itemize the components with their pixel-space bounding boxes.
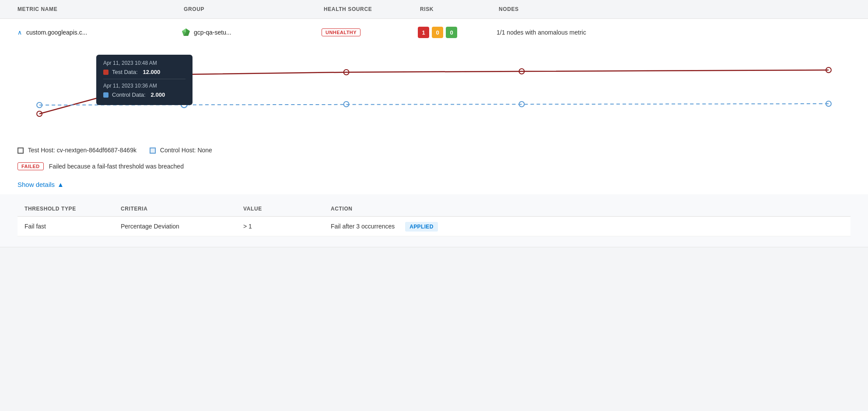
metric-card: ∧ custom.googleapis.c... gcp-qa-setu... …: [0, 19, 868, 247]
cell-criteria: Percentage Deviation: [114, 217, 236, 236]
action-value: Fail after 3 occurrences: [331, 223, 395, 230]
details-section: THRESHOLD TYPE CRITERIA VALUE ACTION Fai…: [0, 194, 868, 247]
risk-badge-orange: 0: [432, 27, 443, 38]
header-group: GROUP: [184, 6, 324, 12]
risk-badge-red: 1: [418, 27, 429, 38]
th-action: ACTION: [324, 201, 850, 217]
threshold-type-value: Fail fast: [24, 223, 46, 230]
control-host-label: Control Host: None: [150, 147, 212, 154]
cell-threshold-type: Fail fast: [18, 217, 114, 236]
group-name: gcp-qa-setu...: [194, 29, 231, 36]
test-host-label: Test Host: cv-nextgen-864df6687-8469k: [18, 147, 136, 154]
control-host-value: None: [197, 147, 212, 154]
value-value: > 1: [243, 223, 252, 230]
table-header: METRIC NAME GROUP HEALTH SOURCE RISK NOD…: [0, 0, 868, 19]
criteria-value: Percentage Deviation: [121, 223, 179, 230]
show-details-row: Show details ▲: [0, 175, 868, 194]
gem-icon: [182, 28, 190, 37]
failed-message: Failed because a fail-fast threshold was…: [49, 163, 184, 170]
table-row: Fail fast Percentage Deviation > 1 Fail …: [18, 217, 850, 236]
show-details-button[interactable]: Show details ▲: [18, 181, 64, 188]
nodes-text: 1/1 nodes with anomalous metric: [497, 29, 586, 36]
show-details-chevron-icon: ▲: [57, 181, 64, 188]
th-criteria: CRITERIA: [114, 201, 236, 217]
show-details-label: Show details: [18, 181, 55, 188]
test-host-label-text: Test Host:: [28, 147, 55, 154]
cell-action: Fail after 3 occurrences APPLIED: [324, 217, 850, 236]
unhealthy-badge: UNHEALTHY: [322, 28, 360, 36]
host-info-row: Test Host: cv-nextgen-864df6687-8469k Co…: [0, 142, 868, 158]
expand-icon[interactable]: ∧: [18, 29, 22, 36]
header-health-source: HEALTH SOURCE: [324, 6, 420, 12]
control-host-indicator: [150, 148, 156, 154]
th-value: VALUE: [236, 201, 324, 217]
metric-row: ∧ custom.googleapis.c... gcp-qa-setu... …: [0, 19, 868, 46]
threshold-table: THRESHOLD TYPE CRITERIA VALUE ACTION Fai…: [18, 201, 850, 236]
risk-cell: 1 0 0: [418, 27, 497, 38]
group-cell: gcp-qa-setu...: [182, 28, 322, 37]
svg-line-11: [39, 104, 829, 105]
chart-area: Apr 11, 2023 10:48 AM Test Data: 12.000 …: [0, 46, 868, 142]
table-header-row: THRESHOLD TYPE CRITERIA VALUE ACTION: [18, 201, 850, 217]
line-chart: [18, 46, 850, 133]
applied-badge: APPLIED: [405, 222, 438, 232]
failed-badge: FAILED: [18, 162, 44, 170]
page-container: METRIC NAME GROUP HEALTH SOURCE RISK NOD…: [0, 0, 868, 411]
header-risk: RISK: [420, 6, 499, 12]
cell-value: > 1: [236, 217, 324, 236]
nodes-cell: 1/1 nodes with anomalous metric: [497, 29, 850, 36]
header-nodes: NODES: [499, 6, 850, 12]
risk-badge-green: 0: [446, 27, 457, 38]
th-threshold-type: THRESHOLD TYPE: [18, 201, 114, 217]
header-metric-name: METRIC NAME: [18, 6, 184, 12]
health-cell: UNHEALTHY: [322, 28, 418, 36]
control-host-label-text: Control Host:: [160, 147, 196, 154]
metric-name: custom.googleapis.c...: [26, 29, 182, 36]
failed-row: FAILED Failed because a fail-fast thresh…: [0, 158, 868, 175]
test-host-value: cv-nextgen-864df6687-8469k: [57, 147, 136, 154]
test-host-indicator: [18, 148, 24, 154]
